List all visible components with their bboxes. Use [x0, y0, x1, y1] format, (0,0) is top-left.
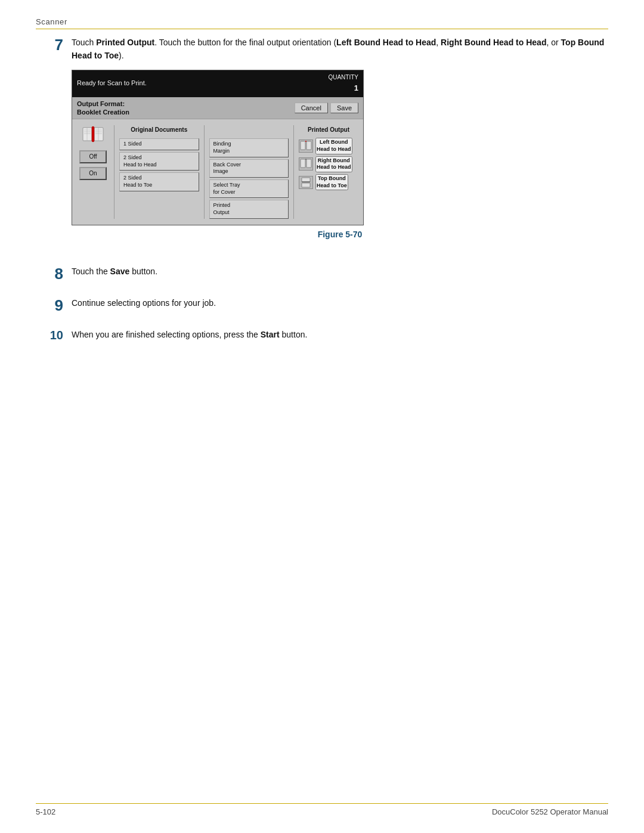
back-cover-btn[interactable]: Back CoverImage	[209, 159, 289, 178]
divider-1	[114, 125, 114, 219]
quantity-value: 1	[328, 82, 358, 95]
printed-output-btn[interactable]: PrintedOutput	[209, 200, 289, 218]
step-10-content: When you are finished selecting options,…	[72, 328, 608, 343]
binding-options-col: BindingMargin Back CoverImage Select Tra…	[209, 125, 289, 219]
page-footer: 5-102 DocuColor 5252 Operator Manual	[36, 803, 608, 816]
top-bound-btn[interactable]: Top BoundHead to Toe	[315, 174, 348, 190]
step-7-bold3: Right Bound Head to Head	[441, 38, 546, 47]
binding-margin-btn[interactable]: BindingMargin	[209, 138, 289, 157]
svg-rect-0	[83, 128, 92, 141]
step-8-content: Touch the Save button.	[72, 265, 608, 280]
step-7: 7 Touch Printed Output. Touch the button…	[36, 36, 608, 252]
output-format-value: Booklet Creation	[77, 108, 129, 116]
svg-rect-14	[306, 159, 311, 168]
scanner-ui: Ready for Scan to Print. QUANTITY 1 Outp…	[72, 70, 364, 225]
scanner-left-col: Off On	[77, 125, 109, 219]
step-9-text: Continue selecting options for your job.	[72, 296, 608, 309]
main-content: 7 Touch Printed Output. Touch the button…	[36, 36, 608, 357]
divider-2	[204, 125, 205, 219]
output-format-label: Output Format:	[77, 100, 129, 108]
original-options-list: 1 Sided 2 SidedHead to Head 2 SidedHead …	[119, 138, 199, 191]
step-7-content: Touch Printed Output. Touch the button f…	[72, 36, 608, 252]
step-8-bold1: Save	[110, 267, 130, 276]
step-8: 8 Touch the Save button.	[36, 265, 608, 283]
right-bound-icon	[299, 157, 313, 171]
svg-rect-10	[301, 141, 305, 150]
step-10-number: 10	[36, 328, 72, 342]
scanner-status: Ready for Scan to Print.	[77, 78, 147, 89]
step-10: 10 When you are finished selecting optio…	[36, 328, 608, 343]
on-button[interactable]: On	[79, 167, 107, 180]
page-header: Scanner	[36, 17, 608, 29]
off-button[interactable]: Off	[79, 150, 107, 163]
cancel-button[interactable]: Cancel	[295, 103, 328, 113]
figure-caption: Figure 5-70	[72, 228, 608, 241]
step-10-text: When you are finished selecting options,…	[72, 328, 608, 341]
step-7-number: 7	[36, 36, 72, 54]
left-bound-btn[interactable]: Left BoundHead to Head	[315, 138, 352, 154]
printed-output-col: Printed Output Left BoundHead to Head	[299, 125, 358, 219]
svg-rect-13	[301, 159, 305, 168]
step-9-number: 9	[36, 296, 72, 315]
two-sided-ht-btn[interactable]: 2 SidedHead to Toe	[119, 172, 199, 191]
right-bound-row: Right BoundHead to Head	[299, 156, 358, 172]
footer-page-number: 5-102	[36, 807, 55, 816]
step-9-content: Continue selecting options for your job.	[72, 296, 608, 312]
quantity-label: QUANTITY	[328, 73, 358, 82]
step-8-number: 8	[36, 265, 72, 283]
step-7-bold1: Printed Output	[96, 38, 154, 47]
scanner-body: Off On Original Documents 1 Sided 2 Side…	[72, 119, 363, 225]
steps-lower: 8 Touch the Save button. 9 Continue sele…	[36, 265, 608, 344]
step-8-text: Touch the Save button.	[72, 265, 608, 278]
top-bound-row: Top BoundHead to Toe	[299, 174, 358, 190]
printed-output-label: Printed Output	[299, 125, 358, 135]
two-sided-hh-btn[interactable]: 2 SidedHead to Head	[119, 152, 199, 171]
top-bound-icon	[299, 176, 313, 189]
svg-rect-11	[306, 141, 311, 150]
svg-rect-17	[302, 183, 310, 187]
one-sided-btn[interactable]: 1 Sided	[119, 138, 199, 150]
left-bound-icon	[299, 140, 313, 153]
step-7-text: Touch Printed Output. Touch the button f…	[72, 36, 608, 63]
select-tray-btn[interactable]: Select Trayfor Cover	[209, 179, 289, 198]
footer-manual-title: DocuColor 5252 Operator Manual	[492, 807, 608, 816]
save-button[interactable]: Save	[330, 103, 358, 113]
original-docs-col: Original Documents 1 Sided 2 SidedHead t…	[119, 125, 199, 219]
header-text: Scanner	[36, 17, 67, 26]
scanner-toolbar: Output Format: Booklet Creation Cancel S…	[72, 97, 363, 120]
step-9: 9 Continue selecting options for your jo…	[36, 296, 608, 315]
left-bound-row: Left BoundHead to Head	[299, 138, 358, 154]
svg-rect-16	[302, 178, 310, 182]
divider-3	[293, 125, 294, 219]
binding-options-list: BindingMargin Back CoverImage Select Tra…	[209, 138, 289, 219]
original-docs-label: Original Documents	[119, 125, 199, 135]
step-10-bold1: Start	[261, 330, 280, 339]
book-icon	[82, 125, 104, 143]
step-7-bold2: Left Bound Head to Head	[336, 38, 436, 47]
svg-rect-2	[94, 128, 103, 141]
scanner-topbar: Ready for Scan to Print. QUANTITY 1	[72, 70, 363, 97]
right-bound-btn[interactable]: Right BoundHead to Head	[315, 156, 352, 172]
